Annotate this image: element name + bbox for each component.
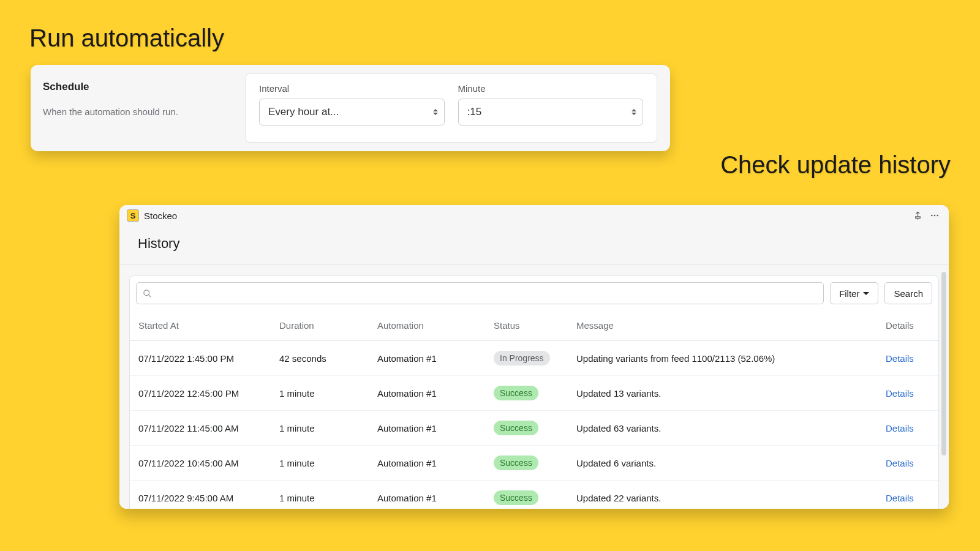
col-duration: Duration [271,310,369,341]
cell-started-at: 07/11/2022 1:45:00 PM [130,341,271,376]
minute-label: Minute [458,83,644,94]
table-row: 07/11/2022 9:45:00 AM1 minuteAutomation … [130,481,938,509]
cell-message: Updated 63 variants. [568,411,877,446]
schedule-description: When the automation should run. [43,107,233,117]
search-input[interactable] [157,288,817,299]
minute-select[interactable]: :15 [458,99,644,126]
col-status: Status [485,310,568,341]
svg-line-4 [148,294,151,297]
details-link[interactable]: Details [886,423,914,433]
cell-duration: 42 seconds [271,341,369,376]
filter-label: Filter [839,288,859,299]
table-row: 07/11/2022 12:45:00 PM1 minuteAutomation… [130,376,938,411]
app-name: Stockeo [144,211,177,221]
cell-automation: Automation #1 [369,411,485,446]
cell-status: Success [485,411,568,446]
cell-automation: Automation #1 [369,481,485,509]
cell-details: Details [877,411,938,446]
cell-automation: Automation #1 [369,446,485,481]
cell-status: Success [485,446,568,481]
cell-details: Details [877,376,938,411]
svg-point-2 [937,215,938,217]
history-table: Started At Duration Automation Status Me… [130,310,938,509]
schedule-info: Schedule When the automation should run. [31,65,245,151]
chevron-down-icon [863,292,869,295]
svg-point-1 [934,215,936,217]
col-automation: Automation [369,310,485,341]
cell-started-at: 07/11/2022 12:45:00 PM [130,376,271,411]
cell-status: Success [485,376,568,411]
col-started-at: Started At [130,310,271,341]
schedule-title: Schedule [43,81,233,93]
svg-point-0 [931,215,933,217]
table-row: 07/11/2022 10:45:00 AM1 minuteAutomation… [130,446,938,481]
cell-duration: 1 minute [271,446,369,481]
cell-duration: 1 minute [271,481,369,509]
history-window: S Stockeo History Filter Search [119,205,949,509]
status-badge: Success [494,386,538,400]
cell-message: Updating variants from feed 1100/2113 (5… [568,341,877,376]
scrollbar[interactable] [941,272,946,455]
table-row: 07/11/2022 11:45:00 AM1 minuteAutomation… [130,411,938,446]
schedule-fields: Interval Every hour at... Minute :15 [245,73,657,143]
svg-point-3 [144,290,149,295]
details-link[interactable]: Details [886,493,914,503]
cell-automation: Automation #1 [369,376,485,411]
status-badge: Success [494,455,538,470]
app-badge-icon: S [127,209,139,222]
col-message: Message [568,310,877,341]
cell-status: Success [485,481,568,509]
cell-details: Details [877,481,938,509]
cell-message: Updated 6 variants. [568,446,877,481]
history-content: Filter Search Started At Duration Automa… [119,264,949,509]
details-link[interactable]: Details [886,353,914,364]
cell-started-at: 07/11/2022 11:45:00 AM [130,411,271,446]
heading-check-history: Check update history [720,151,951,179]
select-caret-icon [631,109,636,115]
col-details: Details [877,310,938,341]
interval-field: Interval Every hour at... [259,83,445,133]
cell-details: Details [877,341,938,376]
select-caret-icon [433,109,438,115]
minute-value: :15 [467,106,482,118]
cell-automation: Automation #1 [369,341,485,376]
cell-message: Updated 13 variants. [568,376,877,411]
cell-details: Details [877,446,938,481]
cell-message: Updated 22 variants. [568,481,877,509]
search-box[interactable] [136,282,824,304]
table-row: 07/11/2022 1:45:00 PM42 secondsAutomatio… [130,341,938,376]
cell-status: In Progress [485,341,568,376]
cell-started-at: 07/11/2022 9:45:00 AM [130,481,271,509]
pin-icon[interactable] [911,209,924,222]
cell-duration: 1 minute [271,376,369,411]
more-icon[interactable] [928,209,941,222]
details-link[interactable]: Details [886,458,914,468]
heading-run-automatically: Run automatically [29,24,224,52]
details-link[interactable]: Details [886,388,914,399]
titlebar: S Stockeo [119,205,949,226]
cell-started-at: 07/11/2022 10:45:00 AM [130,446,271,481]
status-badge: Success [494,490,538,505]
search-icon [143,289,152,298]
search-button-label: Search [894,288,923,299]
history-toolbar: Filter Search [130,276,938,310]
status-badge: In Progress [494,351,550,365]
minute-field: Minute :15 [458,83,644,133]
search-button[interactable]: Search [884,282,932,304]
schedule-card: Schedule When the automation should run.… [31,65,670,151]
status-badge: Success [494,421,538,435]
page-title: History [119,226,949,264]
interval-label: Interval [259,83,445,94]
interval-value: Every hour at... [268,106,339,118]
interval-select[interactable]: Every hour at... [259,99,445,126]
history-table-card: Filter Search Started At Duration Automa… [129,276,939,509]
cell-duration: 1 minute [271,411,369,446]
filter-button[interactable]: Filter [830,282,878,304]
